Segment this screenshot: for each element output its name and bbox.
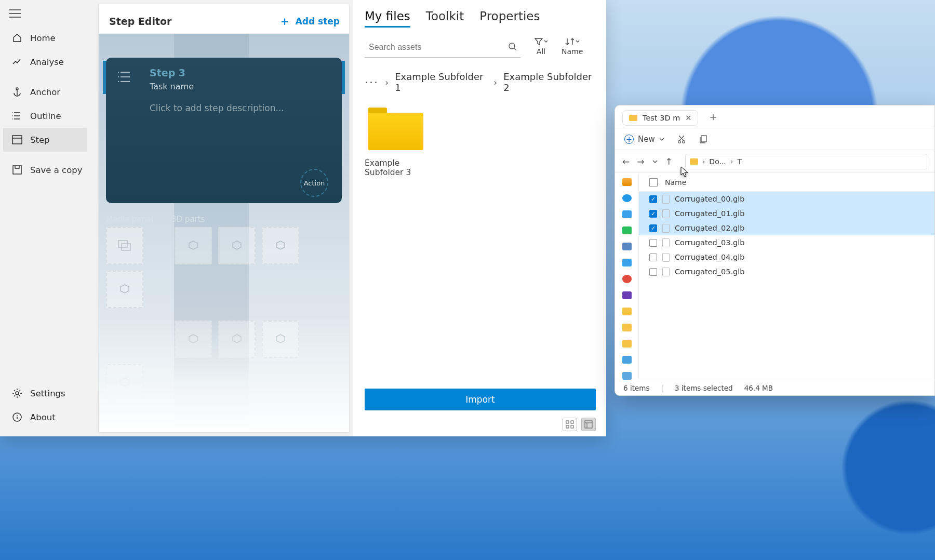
new-tab-button[interactable]: ＋ — [707, 109, 719, 125]
file-name: Corrugated_02.glb — [675, 224, 745, 232]
part-slot[interactable] — [106, 271, 143, 308]
add-step-button[interactable]: ＋ Add step — [279, 16, 340, 27]
tab-toolkit[interactable]: Toolkit — [426, 9, 464, 28]
breadcrumb-item[interactable]: Example Subfolder 2 — [503, 71, 596, 93]
home-nav-icon[interactable] — [622, 178, 632, 186]
explorer-nav-pane[interactable] — [615, 173, 639, 380]
part-slot[interactable] — [218, 227, 256, 264]
path-segment[interactable]: Do... — [709, 157, 726, 166]
folder-nav-icon[interactable] — [622, 308, 632, 315]
sidebar-item-settings[interactable]: Settings — [3, 381, 87, 405]
search-input[interactable] — [368, 42, 505, 52]
editor-panel: Step Editor ＋ Add step — [90, 0, 353, 436]
file-checkbox[interactable] — [649, 268, 657, 276]
subfolder[interactable]: Example Subfolder 3 — [365, 108, 427, 177]
plus-icon: ＋ — [279, 16, 290, 27]
new-button[interactable]: + New — [624, 135, 664, 144]
file-row[interactable]: ✓Corrugated_02.glb — [639, 221, 934, 235]
file-checkbox[interactable]: ✓ — [649, 195, 657, 203]
sidebar-item-step[interactable]: Step — [3, 128, 87, 152]
network-nav-icon[interactable] — [622, 372, 632, 380]
status-size: 46.4 MB — [744, 384, 773, 392]
folder-nav-icon[interactable] — [622, 324, 632, 331]
copy-icon[interactable] — [699, 135, 708, 144]
step-stage: Step 3 Task name Click to add step descr… — [99, 34, 349, 432]
sidebar-item-save-copy[interactable]: Save a copy — [3, 158, 87, 182]
file-name: Corrugated_05.glb — [675, 268, 745, 276]
music-nav-icon[interactable] — [622, 275, 632, 283]
sidebar-item-label: Outline — [30, 111, 61, 121]
file-icon — [662, 209, 670, 218]
folder-nav-icon[interactable] — [622, 340, 632, 348]
forward-button[interactable]: → — [637, 156, 644, 167]
close-tab-icon[interactable]: ✕ — [685, 114, 691, 122]
breadcrumb-overflow[interactable]: ··· — [365, 76, 379, 89]
import-button[interactable]: Import — [365, 389, 596, 410]
sidebar-item-about[interactable]: About — [3, 405, 87, 429]
part-slot[interactable] — [175, 227, 212, 264]
file-row[interactable]: ✓Corrugated_00.glb — [639, 192, 934, 206]
action-placeholder[interactable]: Action — [300, 169, 328, 197]
recent-dropdown[interactable] — [652, 159, 658, 164]
part-slot[interactable] — [262, 227, 299, 264]
detail-view-button[interactable] — [581, 418, 596, 431]
explorer-tab[interactable]: Test 3D m ✕ — [622, 110, 698, 126]
search-assets[interactable] — [365, 37, 520, 58]
pc-nav-icon[interactable] — [622, 356, 632, 364]
file-row[interactable]: Corrugated_03.glb — [639, 235, 934, 250]
sidebar-item-outline[interactable]: Outline — [3, 104, 87, 128]
pictures-nav-icon[interactable] — [622, 259, 632, 266]
tab-properties[interactable]: Properties — [479, 9, 540, 28]
onedrive-nav-icon[interactable] — [622, 194, 632, 202]
tab-my-files[interactable]: My files — [365, 9, 410, 28]
search-icon — [508, 42, 517, 51]
up-button[interactable]: ↑ — [665, 156, 673, 167]
explorer-file-list: Name ✓Corrugated_00.glb✓Corrugated_01.gl… — [639, 173, 934, 380]
breadcrumb-item[interactable]: Example Subfolder 1 — [395, 71, 487, 93]
part-slot[interactable] — [106, 364, 143, 402]
step-task[interactable]: Task name — [150, 82, 332, 91]
svg-rect-8 — [566, 421, 569, 423]
sidebar-item-analyse[interactable]: Analyse — [3, 50, 87, 74]
explorer-address-bar: ← → ↑ › Do... › T — [615, 150, 934, 173]
documents-nav-icon[interactable] — [622, 243, 632, 250]
menu-toggle[interactable] — [0, 5, 90, 26]
file-row[interactable]: Corrugated_04.glb — [639, 250, 934, 264]
file-checkbox[interactable]: ✓ — [649, 210, 657, 218]
step-title[interactable]: Step 3 — [150, 67, 332, 78]
filter-button[interactable]: All — [534, 37, 548, 56]
assets-toolbar: All Name — [365, 37, 596, 58]
select-all-checkbox[interactable] — [649, 178, 658, 186]
sidebar-item-anchor[interactable]: Anchor — [3, 80, 87, 104]
file-checkbox[interactable] — [649, 254, 657, 261]
anchor-icon — [11, 86, 23, 98]
filter-label: All — [537, 47, 545, 56]
explorer-tab-title: Test 3D m — [643, 114, 680, 122]
file-checkbox[interactable]: ✓ — [649, 224, 657, 232]
explorer-status-bar: 6 items | 3 items selected 46.4 MB — [615, 380, 934, 395]
address-path[interactable]: › Do... › T — [685, 154, 927, 169]
back-button[interactable]: ← — [622, 156, 630, 167]
part-slot[interactable] — [175, 321, 212, 358]
part-slot[interactable] — [218, 321, 256, 358]
videos-nav-icon[interactable] — [622, 291, 632, 299]
sidebar-item-home[interactable]: Home — [3, 26, 87, 50]
folder-icon — [368, 108, 423, 150]
desktop-nav-icon[interactable] — [622, 210, 632, 218]
file-icon — [662, 238, 670, 247]
step-card[interactable]: Step 3 Task name Click to add step descr… — [106, 58, 342, 203]
file-checkbox[interactable] — [649, 239, 657, 247]
step-description[interactable]: Click to add step description... — [150, 103, 332, 113]
file-icon — [662, 195, 670, 204]
name-column-header[interactable]: Name — [665, 178, 686, 186]
file-row[interactable]: ✓Corrugated_01.glb — [639, 206, 934, 221]
grid-view-button[interactable] — [563, 418, 577, 431]
downloads-nav-icon[interactable] — [622, 226, 632, 234]
media-slot[interactable] — [106, 227, 143, 264]
file-row[interactable]: Corrugated_05.glb — [639, 264, 934, 279]
file-name: Corrugated_04.glb — [675, 253, 745, 261]
save-icon — [11, 164, 23, 176]
cut-icon[interactable] — [677, 135, 686, 144]
part-slot[interactable] — [262, 321, 299, 358]
sort-button[interactable]: Name — [562, 37, 583, 56]
